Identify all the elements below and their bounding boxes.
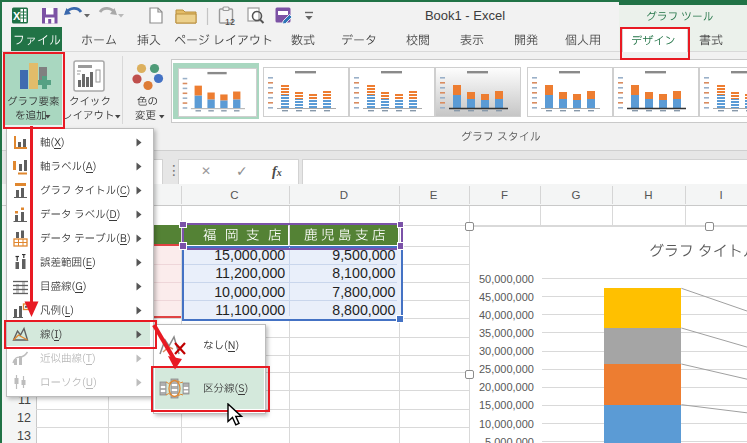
svg-text:X: X: [13, 10, 21, 22]
svg-text:12: 12: [225, 17, 235, 27]
